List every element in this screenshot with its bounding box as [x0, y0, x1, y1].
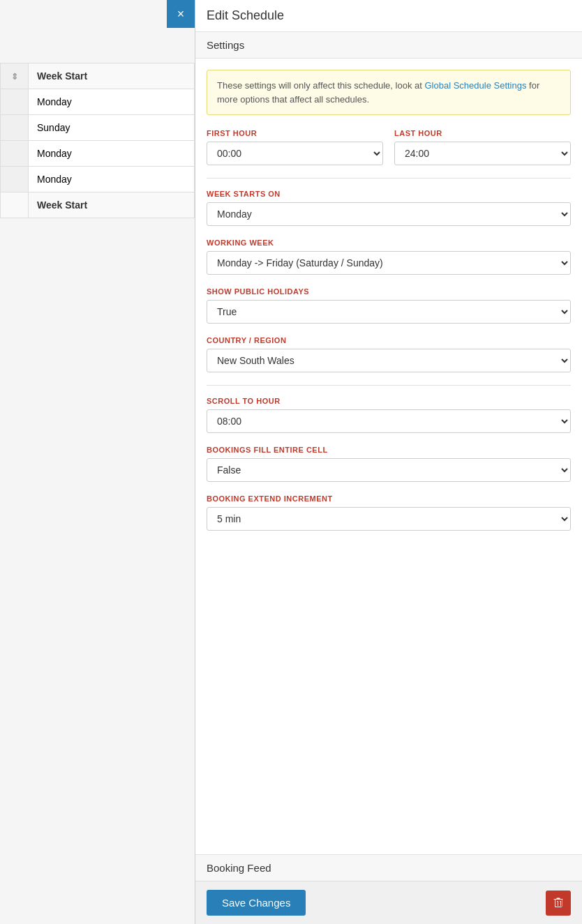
first-hour-group: FIRST HOUR 00:00 01:00 02:00 — [207, 129, 383, 165]
first-hour-select[interactable]: 00:00 01:00 02:00 — [207, 142, 383, 165]
close-button[interactable]: × — [167, 0, 195, 28]
scroll-to-hour-label: SCROLL TO HOUR — [207, 397, 571, 405]
working-week-label: WORKING WEEK — [207, 238, 571, 247]
schedule-table: ⇕ Week Start Monday Sunday Monday — [0, 63, 195, 218]
last-hour-select[interactable]: 24:00 23:00 — [394, 142, 571, 165]
week-starts-on-label: WEEK STARTS ON — [207, 190, 571, 198]
table-row: Monday — [1, 167, 195, 192]
country-region-group: COUNTRY / REGION New South Wales Victori… — [207, 336, 571, 372]
left-panel: × ⇕ Week Start Monday Sunday — [0, 0, 195, 924]
info-box: These settings will only affect this sch… — [207, 70, 571, 115]
scroll-to-hour-group: SCROLL TO HOUR 08:00 09:00 07:00 — [207, 397, 571, 433]
table-row: Monday — [1, 89, 195, 115]
booking-extend-group: BOOKING EXTEND INCREMENT 5 min 10 min 15… — [207, 494, 571, 531]
working-week-select[interactable]: Monday -> Friday (Saturday / Sunday) Mon… — [207, 251, 571, 275]
global-settings-link[interactable]: Global Schedule Settings — [424, 80, 526, 91]
week-start-footer: Week Start — [29, 192, 195, 218]
table-row: Monday — [1, 141, 195, 167]
footer-actions: Save Changes — [195, 881, 582, 924]
week-start-header: Week Start — [29, 63, 195, 89]
booking-extend-label: BOOKING EXTEND INCREMENT — [207, 494, 571, 503]
week-starts-on-select[interactable]: Monday Sunday Saturday — [207, 202, 571, 226]
show-public-holidays-label: SHOW PUBLIC HOLIDAYS — [207, 287, 571, 296]
save-changes-button[interactable]: Save Changes — [207, 890, 306, 916]
country-region-select[interactable]: New South Wales Victoria Queensland West… — [207, 349, 571, 372]
panel-title: Edit Schedule — [195, 0, 582, 32]
working-week-group: WORKING WEEK Monday -> Friday (Saturday … — [207, 238, 571, 275]
bookings-fill-group: BOOKINGS FILL ENTIRE CELL False True — [207, 446, 571, 482]
settings-body: These settings will only affect this sch… — [195, 59, 582, 854]
show-public-holidays-select[interactable]: True False — [207, 300, 571, 324]
week-starts-on-group: WEEK STARTS ON Monday Sunday Saturday — [207, 190, 571, 226]
last-hour-label: LAST HOUR — [394, 129, 571, 137]
booking-feed-header: Booking Feed — [195, 855, 582, 881]
bookings-fill-label: BOOKINGS FILL ENTIRE CELL — [207, 446, 571, 454]
booking-extend-select[interactable]: 5 min 10 min 15 min 30 min — [207, 507, 571, 531]
last-hour-group: LAST HOUR 24:00 23:00 — [394, 129, 571, 165]
delete-button[interactable] — [546, 891, 571, 916]
settings-section-header: Settings — [195, 32, 582, 59]
booking-feed-section: Booking Feed — [195, 854, 582, 881]
right-panel: Edit Schedule Settings These settings wi… — [195, 0, 582, 924]
scroll-to-hour-select[interactable]: 08:00 09:00 07:00 — [207, 409, 571, 433]
divider — [207, 178, 571, 179]
close-icon: × — [177, 7, 185, 22]
show-public-holidays-group: SHOW PUBLIC HOLIDAYS True False — [207, 287, 571, 324]
trash-icon — [553, 898, 564, 909]
divider-2 — [207, 385, 571, 386]
table-row: Sunday — [1, 115, 195, 141]
hour-fields-row: FIRST HOUR 00:00 01:00 02:00 LAST HOUR 2… — [207, 129, 571, 165]
first-hour-label: FIRST HOUR — [207, 129, 383, 137]
sort-icon: ⇕ — [11, 72, 18, 82]
country-region-label: COUNTRY / REGION — [207, 336, 571, 344]
bookings-fill-select[interactable]: False True — [207, 458, 571, 482]
